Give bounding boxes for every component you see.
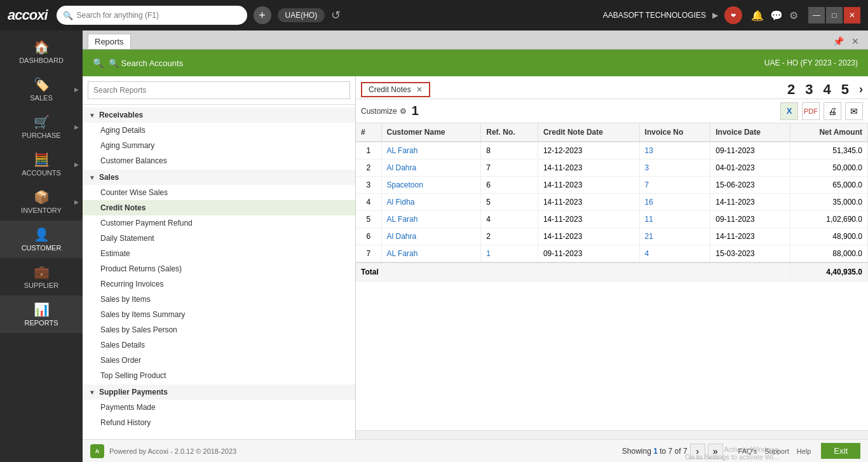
- tree-item-estimate[interactable]: Estimate: [83, 246, 355, 261]
- sidebar-item-customer[interactable]: 👤 CUSTOMER: [0, 221, 83, 258]
- last-page-button[interactable]: »: [708, 444, 723, 459]
- number-chevron[interactable]: ›: [859, 83, 863, 96]
- cell-invoice-no[interactable]: 11: [639, 211, 710, 228]
- cell-customer[interactable]: AL Farah: [381, 211, 481, 228]
- cell-customer[interactable]: AL Farah: [381, 142, 481, 160]
- cell-invoice-no[interactable]: 3: [639, 160, 710, 177]
- help-link[interactable]: Help: [797, 447, 811, 455]
- tree-item-daily-statement[interactable]: Daily Statement: [83, 231, 355, 246]
- tab-label: Credit Notes: [369, 85, 411, 94]
- maximize-button[interactable]: □: [826, 7, 843, 24]
- tree-item-top-selling-product[interactable]: Top Selling Product: [83, 368, 355, 383]
- cell-ref[interactable]: 1: [481, 245, 538, 263]
- sales-icon: 🏷️: [34, 77, 50, 92]
- cell-invoice-no[interactable]: 7: [639, 177, 710, 194]
- next-page-button[interactable]: ›: [690, 444, 705, 459]
- tab-close-icon[interactable]: ✕: [848, 35, 863, 48]
- exit-button[interactable]: Exit: [821, 443, 860, 459]
- col-invoice-date: Invoice Date: [710, 123, 790, 142]
- notification-icon[interactable]: 🔔: [751, 10, 764, 22]
- refresh-icon[interactable]: ↺: [331, 8, 341, 22]
- cell-ref: 8: [481, 142, 538, 160]
- customize-button[interactable]: Customize ⚙: [361, 107, 407, 116]
- tree-item-customer-payment-refund[interactable]: Customer Payment Refund: [83, 215, 355, 231]
- tree-item-payments-made[interactable]: Payments Made: [83, 400, 355, 415]
- col-customer-name: Customer Name: [381, 123, 481, 142]
- sales-section-header[interactable]: ▼ Sales: [83, 170, 355, 185]
- close-button[interactable]: ✕: [844, 7, 860, 24]
- receivables-section-header[interactable]: ▼ Receivables: [83, 107, 355, 123]
- cell-invoice-no[interactable]: 13: [639, 142, 710, 160]
- tree-item-customer-balances[interactable]: Customer Balances: [83, 153, 355, 168]
- dashboard-label: DASHBOARD: [19, 57, 64, 64]
- tree-item-counter-wise-sales[interactable]: Counter Wise Sales: [83, 185, 355, 200]
- tree-item-sales-details[interactable]: Sales Details: [83, 337, 355, 353]
- sidebar-item-purchase[interactable]: 🛒 PURCHASE ▶: [0, 108, 83, 146]
- sidebar-item-accounts[interactable]: 🧮 ACCOUNTS ▶: [0, 146, 83, 183]
- cell-customer[interactable]: Spacetoon: [381, 177, 481, 194]
- table-row: 4 Al Fidha 5 14-11-2023 16 14-11-2023 35…: [356, 194, 868, 211]
- customize-row: Customize ⚙ 1 X PDF 🖨 ✉: [356, 99, 868, 123]
- number-5[interactable]: 5: [841, 81, 849, 98]
- horizontal-scrollbar[interactable]: [356, 430, 868, 439]
- reports-tab[interactable]: Reports: [88, 34, 131, 49]
- branch-selector[interactable]: UAE(HO): [278, 8, 325, 22]
- sidebar-item-inventory[interactable]: 📦 INVENTORY ▶: [0, 183, 83, 221]
- number-3[interactable]: 3: [805, 81, 813, 98]
- customer-label: CUSTOMER: [22, 244, 62, 252]
- purchase-label: PURCHASE: [22, 132, 60, 139]
- tree-item-sales-by-items-summary[interactable]: Sales by Items Summary: [83, 307, 355, 322]
- cell-credit-date: 14-11-2023: [538, 177, 639, 194]
- customize-gear-icon: ⚙: [400, 107, 407, 116]
- topbar: accoxi 🔍 + UAE(HO) ↺ AABASOFT TECHNOLOGI…: [0, 0, 868, 31]
- tree-item-sales-by-sales-person[interactable]: Sales by Sales Person: [83, 322, 355, 337]
- tree-item-aging-summary[interactable]: Aging Summary: [83, 138, 355, 153]
- tree-item-sales-by-items[interactable]: Sales by Items: [83, 292, 355, 307]
- sidebar-item-supplier[interactable]: 💼 SUPPLIER: [0, 258, 83, 296]
- export-excel-button[interactable]: X: [780, 102, 798, 120]
- dashboard-icon: 🏠: [34, 39, 50, 55]
- number-2[interactable]: 2: [787, 81, 795, 98]
- sidebar-item-reports[interactable]: 📊 REPORTS: [0, 296, 83, 333]
- message-icon[interactable]: 💬: [770, 10, 783, 22]
- cell-customer[interactable]: Al Dahra: [381, 160, 481, 177]
- credit-notes-tab[interactable]: Credit Notes ✕: [361, 82, 430, 97]
- minimize-button[interactable]: —: [808, 7, 825, 24]
- supplier-payments-section-header[interactable]: ▼ Supplier Payments: [83, 384, 355, 400]
- faqs-link[interactable]: FAQ's: [738, 447, 757, 455]
- tree-item-aging-details[interactable]: Aging Details: [83, 123, 355, 138]
- cell-ref: 6: [481, 177, 538, 194]
- cell-customer[interactable]: AL Farah: [381, 245, 481, 263]
- tab-close-icon[interactable]: ✕: [416, 85, 423, 94]
- export-pdf-button[interactable]: PDF: [802, 102, 820, 120]
- cell-num: 2: [356, 160, 381, 177]
- cell-amount: 1,02,690.0: [790, 211, 868, 228]
- global-search-input[interactable]: [77, 11, 223, 20]
- number-4[interactable]: 4: [824, 81, 831, 98]
- tree-item-sales-order[interactable]: Sales Order: [83, 353, 355, 368]
- search-accounts-label[interactable]: 🔍 Search Accounts: [109, 58, 183, 68]
- cell-customer[interactable]: Al Dahra: [381, 228, 481, 245]
- tree-item-product-returns[interactable]: Product Returns (Sales): [83, 261, 355, 276]
- add-button[interactable]: +: [254, 6, 271, 24]
- tree-item-refund-history[interactable]: Refund History: [83, 415, 355, 430]
- cell-invoice-no[interactable]: 16: [639, 194, 710, 211]
- email-button[interactable]: ✉: [845, 102, 863, 120]
- support-link[interactable]: Support: [764, 447, 789, 455]
- total-amount-cell: 4,40,935.0: [790, 262, 868, 282]
- supplier-icon: 💼: [34, 264, 50, 280]
- sidebar-item-dashboard[interactable]: 🏠 DASHBOARD: [0, 33, 83, 71]
- report-search-input[interactable]: [88, 81, 350, 99]
- sidebar-item-sales[interactable]: 🏷️ SALES ▶: [0, 71, 83, 108]
- cell-invoice-no[interactable]: 21: [639, 228, 710, 245]
- tab-pin-icon[interactable]: 📌: [829, 35, 848, 48]
- tree-item-recurring-invoices[interactable]: Recurring Invoices: [83, 276, 355, 292]
- tab-bar: Reports 📌 ✕: [83, 31, 868, 50]
- page-from: 1: [653, 447, 658, 456]
- accounts-icon: 🧮: [34, 152, 50, 167]
- print-button[interactable]: 🖨: [824, 102, 841, 120]
- cell-customer[interactable]: Al Fidha: [381, 194, 481, 211]
- tree-item-credit-notes[interactable]: Credit Notes: [83, 200, 355, 215]
- settings-icon[interactable]: ⚙: [789, 10, 798, 22]
- cell-invoice-no[interactable]: 4: [639, 245, 710, 263]
